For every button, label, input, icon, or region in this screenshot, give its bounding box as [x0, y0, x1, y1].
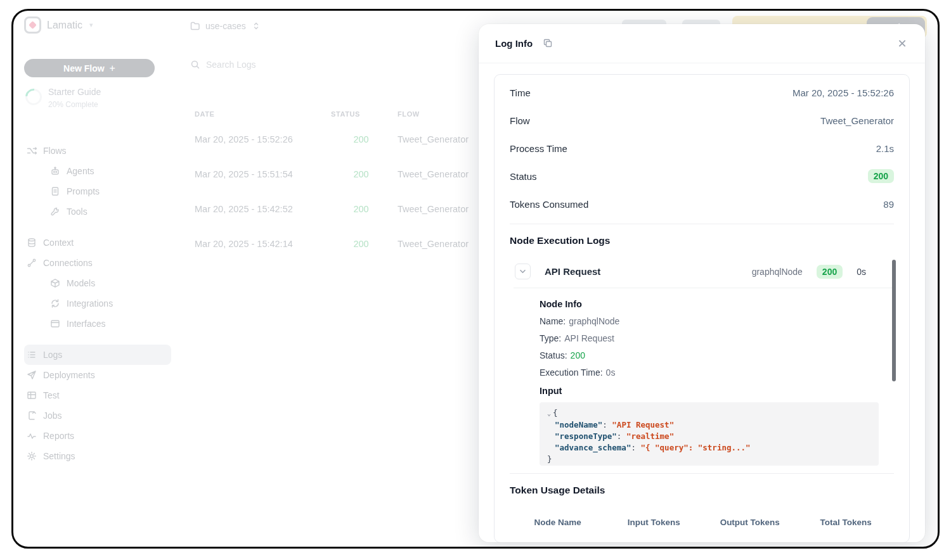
info-value: 89	[883, 199, 894, 210]
sidebar-item-interfaces[interactable]: Interfaces	[24, 314, 171, 334]
status-badge: 200	[325, 239, 398, 249]
row-date: Mar 20, 2025 - 15:42:14	[195, 239, 325, 249]
collapse-chevron-icon[interactable]: ⌄	[547, 410, 551, 417]
col-node-name: Node Name	[510, 510, 606, 535]
info-value: Mar 20, 2025 - 15:52:26	[792, 87, 894, 98]
node-log-row[interactable]: API Request graphqlNode 200 0s	[510, 264, 894, 279]
scrollbar-thumb[interactable]	[892, 260, 896, 381]
plus-icon: +	[110, 63, 115, 74]
code-value: "API Request"	[612, 420, 674, 430]
field-value: 200	[571, 350, 585, 360]
divider	[510, 224, 894, 224]
paper-plane-icon	[27, 370, 37, 380]
close-icon[interactable]: ✕	[896, 37, 909, 50]
progress-ring-icon	[22, 86, 46, 109]
sidebar-item-reports[interactable]: Reports	[24, 426, 171, 446]
sidebar-item-label: Interfaces	[67, 319, 105, 329]
workspace-selector[interactable]: use-cases	[190, 21, 261, 31]
token-usage-table: Node Name Input Tokens Output Tokens Tot…	[510, 510, 894, 535]
wrench-icon	[50, 207, 60, 217]
refresh-doc-icon	[27, 410, 37, 421]
log-info-modal: Log Info ✕ Time Mar 20, 2025 - 15:52:26 …	[479, 24, 925, 542]
sidebar-item-label: Flows	[43, 146, 67, 156]
col-total-tokens: Total Tokens	[798, 510, 895, 535]
input-code-block[interactable]: ⌄{ "nodeName": "API Request" "responeTyp…	[540, 402, 879, 466]
log-detail-card: Time Mar 20, 2025 - 15:52:26 Flow Tweet_…	[494, 74, 910, 542]
code-line: "advance_schema": "{ "query": "string...…	[547, 442, 871, 454]
sidebar-item-context[interactable]: Context	[24, 232, 171, 253]
sort-chevrons-icon	[251, 21, 261, 31]
folder-icon	[190, 21, 200, 31]
starter-guide[interactable]: Starter Guide 20% Complete	[25, 87, 101, 109]
info-label: Process Time	[510, 143, 567, 154]
divider	[514, 288, 894, 288]
search-icon	[190, 60, 200, 70]
sidebar-item-flows[interactable]: Flows	[24, 141, 171, 161]
node-execution-logs-heading: Node Execution Logs	[510, 235, 894, 246]
field-label: Name:	[540, 316, 566, 326]
code-line: "nodeName": "API Request"	[547, 419, 871, 431]
search-bar[interactable]	[190, 60, 320, 70]
cube-icon	[50, 278, 60, 288]
sidebar-item-jobs[interactable]: Jobs	[24, 405, 171, 426]
sidebar-item-connections[interactable]: Connections	[24, 253, 171, 273]
chevron-down-icon: ▾	[89, 21, 93, 29]
sidebar-item-integrations[interactable]: Integrations	[24, 293, 171, 314]
input-heading: Input	[540, 386, 879, 396]
node-info-heading: Node Info	[540, 299, 879, 309]
sidebar-item-agents[interactable]: Agents	[24, 161, 171, 181]
brand-header[interactable]: Lamatic ▾	[24, 16, 93, 34]
info-row-process-time: Process Time 2.1s	[510, 134, 894, 162]
modal-body: Time Mar 20, 2025 - 15:52:26 Flow Tweet_…	[479, 63, 925, 542]
info-label: Tokens Consumed	[510, 199, 588, 210]
sidebar-item-label: Logs	[43, 350, 62, 360]
modal-header: Log Info ✕	[479, 24, 925, 63]
code-key: "advance_schema"	[555, 443, 631, 452]
sidebar-item-label: Tools	[67, 207, 87, 217]
node-detail: Node Info Name:graphqlNode Type:API Requ…	[540, 299, 879, 466]
flow-icon	[27, 146, 37, 156]
info-row-tokens: Tokens Consumed 89	[510, 190, 894, 218]
sidebar-item-label: Prompts	[67, 186, 100, 196]
sidebar-item-logs[interactable]: Logs	[24, 345, 171, 365]
robot-icon	[50, 166, 60, 176]
sidebar-item-prompts[interactable]: Prompts	[24, 181, 171, 201]
sidebar-item-label: Agents	[67, 166, 94, 176]
sidebar-item-label: Connections	[43, 258, 93, 268]
new-flow-button[interactable]: New Flow +	[24, 59, 155, 77]
starter-guide-progress: 20% Complete	[48, 100, 101, 109]
field-value: graphqlNode	[569, 316, 619, 326]
sidebar-item-settings[interactable]: Settings	[24, 446, 171, 466]
field-label: Type:	[540, 333, 561, 343]
sidebar-item-models[interactable]: Models	[24, 273, 171, 293]
info-row-status: Status 200	[510, 162, 894, 190]
info-label: Status	[510, 171, 537, 182]
code-value: "{ "query": "string..."	[640, 443, 750, 452]
col-status: STATUS	[325, 110, 398, 118]
expand-chevron-button[interactable]	[515, 264, 531, 279]
node-tag: graphqlNode	[752, 267, 803, 277]
browser-icon	[50, 319, 60, 329]
sidebar-item-deployments[interactable]: Deployments	[24, 365, 171, 385]
node-info-status: Status:200	[540, 350, 879, 360]
sidebar-item-label: Test	[43, 390, 60, 400]
search-input[interactable]	[206, 60, 320, 70]
sidebar-item-label: Reports	[43, 431, 74, 441]
info-value: 2.1s	[876, 143, 894, 154]
status-badge: 200	[325, 169, 398, 179]
link-icon	[27, 258, 37, 268]
info-value: Tweet_Generator	[820, 115, 894, 126]
row-date: Mar 20, 2025 - 15:52:26	[195, 134, 325, 144]
gear-icon	[27, 451, 37, 461]
sidebar-item-label: Settings	[43, 451, 75, 461]
list-icon	[27, 350, 37, 360]
col-input-tokens: Input Tokens	[606, 510, 702, 535]
copy-icon[interactable]	[543, 38, 554, 49]
node-status-badge: 200	[817, 265, 843, 279]
sidebar-item-label: Jobs	[43, 410, 62, 421]
sidebar-item-tools[interactable]: Tools	[24, 201, 171, 222]
code-open-brace: {	[553, 408, 558, 417]
sidebar-item-label: Deployments	[43, 370, 95, 380]
sidebar-item-test[interactable]: Test	[24, 385, 171, 405]
status-badge: 200	[868, 169, 894, 183]
